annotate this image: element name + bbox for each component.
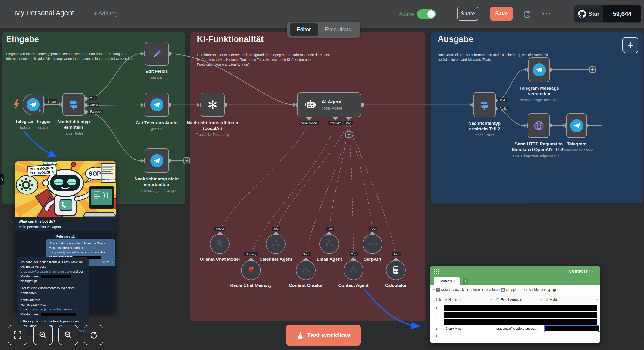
filter-button[interactable]: Filtern bbox=[466, 288, 480, 292]
table-row[interactable]: 3 bbox=[430, 318, 600, 326]
node-teil2[interactable] bbox=[473, 92, 496, 117]
cell-mobile-selected[interactable] bbox=[544, 325, 600, 332]
robot-icon bbox=[304, 100, 317, 110]
port-label-tool-2: Tool bbox=[302, 252, 310, 256]
node-telegram-out[interactable] bbox=[566, 113, 587, 138]
node-contact-agent[interactable] bbox=[344, 260, 363, 280]
node-redis-chat-memory[interactable] bbox=[241, 260, 261, 280]
column-header-mobile[interactable]: AMobile ▾ bbox=[544, 295, 600, 304]
add-sheet-button[interactable]: + bbox=[463, 278, 468, 284]
column-header-email[interactable]: Email-Adresse ▾ bbox=[494, 295, 544, 304]
node-teil2-label: Nachrichtentyp ermitteln Teil 2mode: Rul… bbox=[459, 120, 510, 137]
sort-button[interactable]: Sortieren bbox=[482, 288, 500, 292]
node-transkribieren-label: Nachricht transkribieren (LocalAI)Transc… bbox=[184, 120, 240, 136]
output-label-audio2: Audio bbox=[498, 106, 509, 110]
add-tool-button[interactable]: + bbox=[346, 131, 352, 138]
sheet-tab-contacts[interactable]: Contacts▾ bbox=[434, 277, 460, 285]
node-http-request[interactable] bbox=[528, 113, 550, 138]
tab-editor[interactable]: Editor bbox=[290, 24, 318, 36]
telegram-icon bbox=[532, 63, 546, 76]
hide-fields-button[interactable]: Ausblenden bbox=[524, 288, 546, 292]
flask-icon bbox=[297, 331, 304, 339]
port-label-tool-4: Tool bbox=[350, 252, 358, 256]
default-view-button[interactable]: Default View bbox=[436, 288, 459, 292]
node-calculator[interactable] bbox=[386, 260, 406, 280]
zoom-out-button[interactable] bbox=[58, 325, 78, 345]
redacted-phone bbox=[40, 275, 70, 278]
active-toggle[interactable] bbox=[417, 10, 436, 19]
port-label-tool-5: Tool bbox=[369, 226, 377, 230]
node-edit-fields[interactable] bbox=[145, 42, 169, 66]
table-row[interactable]: 1 bbox=[430, 304, 600, 312]
app-grid-icon[interactable] bbox=[434, 268, 440, 275]
view-grid-icon bbox=[436, 288, 440, 292]
output-label-audio: Audio bbox=[89, 103, 99, 107]
calculator-icon bbox=[391, 265, 401, 276]
active-label: Active bbox=[399, 11, 414, 17]
toggle-knob bbox=[427, 10, 435, 18]
email-link[interactable]: crazymax@crazierthanever.com bbox=[49, 250, 94, 254]
caret-down-icon: ▾ bbox=[596, 298, 598, 301]
caret-down-icon[interactable]: ▾ bbox=[433, 288, 434, 291]
node-serpapi[interactable]: SerpApi bbox=[362, 234, 382, 254]
canvas-add-button[interactable]: + bbox=[622, 37, 638, 53]
lightning-bolt-icon bbox=[13, 100, 20, 109]
row-height-icon[interactable] bbox=[553, 288, 556, 292]
test-workflow-button[interactable]: Test workflow bbox=[286, 325, 361, 346]
more-options-icon[interactable]: ••• bbox=[542, 11, 551, 17]
share-button[interactable]: Share bbox=[457, 6, 478, 21]
reset-zoom-button[interactable] bbox=[84, 325, 104, 345]
zoom-out-icon bbox=[64, 331, 72, 339]
table-row[interactable]: 2 bbox=[430, 311, 600, 318]
chat-incoming-message[interactable]: Ich habe den neuen Kontakt "Crazy Max" m… bbox=[17, 257, 89, 336]
add-tag-button[interactable]: + Add tag bbox=[94, 10, 118, 17]
redacted-row bbox=[444, 319, 597, 325]
node-ai-agent[interactable]: AI Agent Tools Agent bbox=[297, 92, 361, 117]
message-time: 00:47✓✓ bbox=[102, 260, 112, 264]
tab-executions[interactable]: Executions bbox=[318, 26, 358, 33]
pencil-icon bbox=[151, 48, 162, 60]
node-telegram-trigger[interactable] bbox=[22, 94, 44, 116]
node-calender-agent[interactable] bbox=[266, 234, 286, 254]
workflow-title[interactable]: My Personal Agent bbox=[15, 9, 74, 17]
caret-down-icon: ▾ bbox=[490, 298, 492, 301]
info-icon: ⓘ bbox=[458, 298, 461, 302]
content-creator-label: Content Creator bbox=[280, 283, 332, 288]
calender-agent-label: Calender Agent bbox=[250, 257, 302, 262]
add-row[interactable]: + bbox=[430, 332, 600, 340]
github-star-count: 59,644 bbox=[604, 6, 641, 22]
eye-off-icon bbox=[524, 288, 528, 292]
table-row[interactable]: 4 Crazy Max crazymax@crazierthaneve... bbox=[430, 325, 600, 333]
editor-tabs: Editor Executions bbox=[287, 22, 360, 38]
group-button[interactable]: Gruppieren bbox=[501, 288, 522, 292]
add-node-button-2[interactable]: + bbox=[589, 66, 596, 73]
port-label-tool-3: Tool bbox=[326, 226, 334, 230]
bot-comic-image: SOP! OPEN-SOURCE TECHNOLIGEN AUTOMISERAE bbox=[15, 162, 116, 217]
zoom-in-button[interactable] bbox=[33, 325, 53, 345]
history-icon[interactable] bbox=[522, 10, 532, 19]
node-nachrichtentyp-ermitteln[interactable] bbox=[62, 93, 85, 116]
column-header-name[interactable]: AName ⓘ ▾ bbox=[443, 295, 494, 304]
output-label-text2: Text bbox=[498, 98, 506, 102]
node-email-agent[interactable] bbox=[320, 234, 339, 254]
node-telegram-versenden[interactable] bbox=[528, 58, 550, 82]
panel-collapse-chevron[interactable]: ❯ bbox=[0, 174, 4, 185]
caret-down-icon: ▾ bbox=[454, 280, 455, 282]
node-transkribieren[interactable]: ✻ bbox=[200, 93, 225, 117]
github-star-button[interactable]: Star bbox=[574, 6, 604, 22]
add-node-button[interactable]: + bbox=[184, 158, 190, 164]
fit-view-button[interactable] bbox=[8, 325, 28, 345]
github-star-widget[interactable]: Star 59,644 bbox=[574, 5, 641, 22]
node-get-telegram-audio[interactable] bbox=[145, 93, 169, 117]
select-all-checkbox[interactable] bbox=[433, 298, 437, 302]
cell-email[interactable]: crazymax@crazierthaneve... bbox=[496, 327, 536, 330]
save-button[interactable]: Save bbox=[490, 6, 513, 21]
cell-name[interactable]: Crazy Max bbox=[446, 327, 461, 330]
node-content-creator[interactable] bbox=[296, 260, 316, 280]
fill-color-icon[interactable] bbox=[548, 288, 551, 292]
node-ollama-chat-model[interactable] bbox=[210, 234, 230, 254]
port-label-memory2: Memory bbox=[244, 252, 258, 256]
node-edit-fields-label: Edit Fieldsmanual bbox=[131, 68, 182, 79]
lock-icon[interactable] bbox=[461, 288, 464, 292]
node-nicht-verarbeitbar[interactable] bbox=[145, 148, 169, 173]
